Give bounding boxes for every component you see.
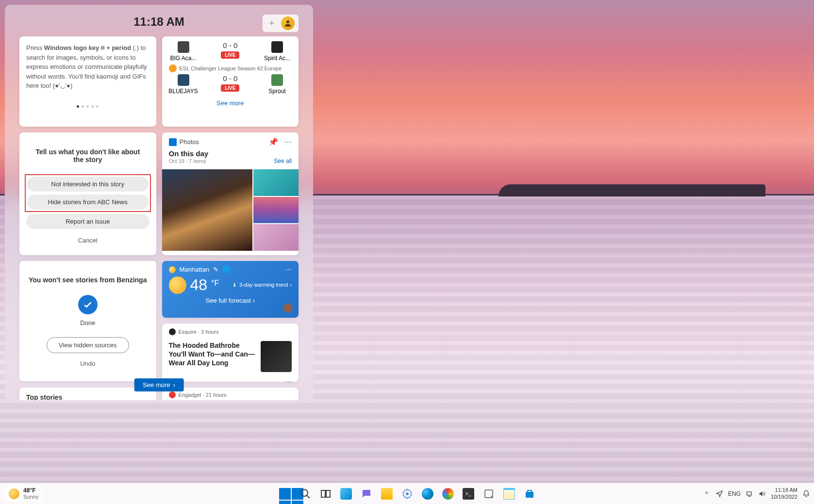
photo-thumbnail[interactable] — [253, 169, 299, 196]
file-explorer-icon[interactable] — [378, 485, 396, 503]
checkmark-icon — [78, 295, 98, 314]
notepad-icon[interactable] — [500, 485, 518, 503]
pager-dots[interactable] — [26, 105, 150, 108]
photo-thumbnail[interactable] — [162, 169, 252, 251]
panel-time: 11:18 AM — [133, 15, 184, 29]
source-icon — [169, 391, 176, 398]
weather-icon — [169, 266, 176, 273]
store-icon[interactable] — [520, 485, 539, 503]
network-icon[interactable] — [746, 490, 753, 498]
start-button[interactable] — [276, 485, 294, 503]
sun-icon — [169, 276, 186, 294]
tips-widget: Press Windows logo key ⊞ + period (.) to… — [19, 36, 156, 127]
see-more-button[interactable]: See more› — [134, 378, 184, 391]
chevron-right-icon: › — [173, 381, 175, 389]
notifications-icon[interactable] — [802, 490, 810, 498]
svg-rect-3 — [326, 490, 330, 497]
chevron-up-icon[interactable]: ^ — [703, 490, 711, 498]
chevron-right-icon[interactable]: › — [290, 282, 292, 288]
language-indicator[interactable]: ENG — [728, 490, 741, 497]
hidden-source-widget: You won't see stories from Benzinga Done… — [19, 261, 156, 381]
feedback-title: Tell us what you don't like about the st… — [31, 148, 145, 163]
settings-icon[interactable] — [398, 485, 416, 503]
coffee-icon[interactable] — [283, 303, 293, 313]
search-icon[interactable] — [296, 485, 315, 503]
more-icon[interactable]: ⋯ — [285, 266, 292, 273]
photo-thumbnail[interactable] — [253, 224, 299, 251]
svg-point-1 — [301, 489, 308, 496]
hide-source-button[interactable]: Hide stories from ABC News — [27, 195, 149, 210]
news-card[interactable]: Esquire · 3 hours The Hooded Bathrobe Yo… — [162, 324, 299, 382]
svg-rect-2 — [321, 490, 325, 497]
source-icon — [169, 328, 176, 335]
thermometer-icon: 🌡 — [232, 282, 237, 288]
snipping-tool-icon[interactable] — [480, 485, 498, 503]
news-thumbnail — [261, 341, 292, 372]
volume-icon[interactable] — [758, 490, 766, 498]
forecast-link[interactable]: See full forecast › — [169, 297, 292, 304]
pin-icon[interactable]: 📌 — [268, 137, 278, 146]
esports-widget[interactable]: BIG Aca... 0 - 0LIVE Spirit Ac... ESL Ch… — [162, 36, 299, 127]
view-hidden-sources-button[interactable]: View hidden sources — [47, 337, 129, 353]
hidden-title: You won't see stories from Benzinga — [26, 276, 150, 285]
add-widget-button[interactable]: + — [266, 18, 277, 29]
highlight-box: Not interested in this story Hide storie… — [25, 174, 151, 212]
photos-heading: On this day — [169, 149, 292, 158]
see-more-link[interactable]: See more — [169, 99, 292, 107]
task-view-icon[interactable] — [316, 485, 335, 503]
sun-icon — [9, 488, 19, 499]
browser-icon[interactable] — [439, 485, 457, 503]
globe-icon[interactable]: 🌐 — [222, 266, 230, 273]
edit-icon[interactable]: ✎ — [213, 266, 218, 273]
photos-widget[interactable]: Photos 📌 ⋯ On this day Oct 19 · 7 items … — [162, 132, 299, 255]
live-badge: LIVE — [221, 84, 239, 92]
photos-app-icon — [169, 138, 177, 146]
see-all-link[interactable]: See all — [274, 158, 292, 164]
story-feedback-widget: Tell us what you don't like about the st… — [19, 132, 156, 255]
terminal-icon[interactable]: >_ — [459, 485, 478, 503]
taskbar-clock[interactable]: 11:18 AM 10/19/2022 — [771, 487, 797, 500]
more-icon[interactable]: ⋯ — [284, 137, 292, 146]
svg-point-0 — [286, 20, 289, 23]
widgets-panel: 11:18 AM + Press Windows logo key ⊞ + pe… — [5, 5, 313, 400]
location-icon[interactable] — [715, 490, 723, 498]
weather-widget[interactable]: Manhattan ✎ 🌐 ⋯ 48 °F 🌡3-day warming tre… — [162, 261, 299, 318]
photo-thumbnail[interactable] — [253, 197, 299, 224]
user-avatar[interactable] — [281, 16, 295, 30]
svg-rect-6 — [747, 492, 751, 495]
svg-point-4 — [406, 492, 409, 495]
report-issue-button[interactable]: Report an issue — [26, 214, 150, 229]
edge-icon[interactable] — [418, 485, 437, 503]
widgets-icon[interactable] — [337, 485, 355, 503]
cancel-link[interactable]: Cancel — [26, 237, 150, 244]
taskbar: 48°F Sunny >_ ^ ENG 11:18 AM 10/19/2022 — [0, 483, 814, 504]
more-icon[interactable]: ⋯ — [285, 378, 292, 386]
league-icon — [169, 65, 177, 72]
chat-icon[interactable] — [357, 485, 376, 503]
undo-link[interactable]: Undo — [26, 360, 150, 367]
not-interested-button[interactable]: Not interested in this story — [27, 177, 149, 192]
live-badge: LIVE — [221, 51, 239, 59]
taskbar-weather[interactable]: 48°F Sunny — [4, 486, 43, 502]
